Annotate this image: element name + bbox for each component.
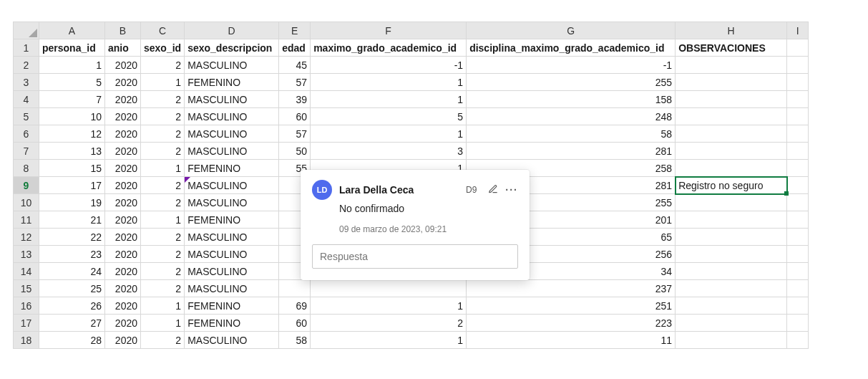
row-head-17[interactable]: 17 — [14, 315, 39, 332]
cell[interactable]: MASCULINO — [185, 91, 279, 108]
cell[interactable] — [787, 280, 809, 297]
cell[interactable] — [787, 211, 809, 229]
cell[interactable]: 2 — [141, 263, 185, 280]
cell[interactable]: 5 — [39, 74, 105, 91]
selected-cell[interactable]: Registro no seguro — [676, 177, 787, 194]
cell[interactable]: 281 — [467, 143, 676, 160]
cell[interactable] — [787, 91, 809, 108]
cell[interactable]: sexo_id — [141, 39, 185, 57]
cell[interactable]: 2 — [141, 246, 185, 263]
cell[interactable]: 223 — [467, 315, 676, 332]
cell[interactable]: maximo_grado_academico_id — [311, 39, 467, 57]
row-head-16[interactable]: 16 — [14, 297, 39, 315]
cell[interactable] — [676, 297, 787, 315]
cell[interactable]: 2020 — [105, 108, 141, 125]
cell[interactable]: 1 — [311, 297, 467, 315]
cell[interactable]: 2 — [141, 108, 185, 125]
comment-reply-input[interactable]: Respuesta — [312, 244, 518, 269]
cell[interactable]: MASCULINO — [185, 194, 279, 211]
row-head-13[interactable]: 13 — [14, 246, 39, 263]
row-head-12[interactable]: 12 — [14, 229, 39, 246]
cell[interactable] — [676, 246, 787, 263]
cell[interactable]: 2020 — [105, 125, 141, 143]
cell[interactable]: 2 — [141, 194, 185, 211]
cell[interactable]: 24 — [39, 263, 105, 280]
cell[interactable]: 1 — [141, 211, 185, 229]
cell[interactable] — [279, 280, 311, 297]
cell[interactable] — [676, 315, 787, 332]
cell[interactable]: 255 — [467, 74, 676, 91]
select-all-corner[interactable] — [14, 22, 39, 39]
cell[interactable]: 251 — [467, 297, 676, 315]
cell[interactable]: 237 — [467, 280, 676, 297]
cell[interactable]: 1 — [311, 91, 467, 108]
cell[interactable]: FEMENINO — [185, 211, 279, 229]
cell[interactable] — [787, 297, 809, 315]
cell[interactable]: 69 — [279, 297, 311, 315]
cell[interactable]: 2020 — [105, 315, 141, 332]
cell[interactable]: 248 — [467, 108, 676, 125]
cell[interactable] — [311, 280, 467, 297]
col-head-G[interactable]: G — [467, 22, 676, 39]
cell[interactable]: 2 — [311, 315, 467, 332]
cell[interactable] — [787, 315, 809, 332]
cell[interactable]: FEMENINO — [185, 160, 279, 177]
row-head-18[interactable]: 18 — [14, 332, 39, 349]
cell[interactable]: 1 — [311, 74, 467, 91]
cell[interactable]: 12 — [39, 125, 105, 143]
cell[interactable]: 2 — [141, 229, 185, 246]
cell[interactable]: 2020 — [105, 263, 141, 280]
col-head-B[interactable]: B — [105, 22, 141, 39]
cell[interactable] — [676, 211, 787, 229]
cell[interactable] — [676, 280, 787, 297]
cell[interactable]: 57 — [279, 125, 311, 143]
cell[interactable]: MASCULINO — [185, 143, 279, 160]
row-head-7[interactable]: 7 — [14, 143, 39, 160]
cell[interactable] — [787, 39, 809, 57]
cell[interactable]: 57 — [279, 74, 311, 91]
cell[interactable]: MASCULINO — [185, 246, 279, 263]
cell[interactable]: MASCULINO — [185, 229, 279, 246]
row-head-2[interactable]: 2 — [14, 57, 39, 74]
cell[interactable]: anio — [105, 39, 141, 57]
cell[interactable] — [787, 57, 809, 74]
more-icon[interactable]: ··· — [505, 184, 518, 196]
row-head-15[interactable]: 15 — [14, 280, 39, 297]
cell[interactable]: 2 — [141, 177, 185, 194]
cell[interactable] — [787, 332, 809, 349]
cell[interactable]: 3 — [311, 143, 467, 160]
cell[interactable]: 2020 — [105, 297, 141, 315]
cell[interactable]: persona_id — [39, 39, 105, 57]
cell[interactable]: 1 — [311, 125, 467, 143]
cell[interactable]: OBSERVACIONES — [676, 39, 787, 57]
cell[interactable] — [787, 160, 809, 177]
cell[interactable]: 27 — [39, 315, 105, 332]
cell[interactable]: 39 — [279, 91, 311, 108]
row-head-5[interactable]: 5 — [14, 108, 39, 125]
cell[interactable]: FEMENINO — [185, 315, 279, 332]
cell[interactable] — [676, 263, 787, 280]
cell[interactable]: 1 — [141, 297, 185, 315]
cell[interactable]: MASCULINO — [185, 125, 279, 143]
cell[interactable]: 158 — [467, 91, 676, 108]
cell[interactable]: 28 — [39, 332, 105, 349]
col-head-A[interactable]: A — [39, 22, 105, 39]
cell[interactable] — [787, 125, 809, 143]
cell[interactable] — [676, 143, 787, 160]
cell[interactable]: 15 — [39, 160, 105, 177]
cell[interactable]: 45 — [279, 57, 311, 74]
edit-icon[interactable] — [488, 184, 498, 196]
cell[interactable]: 2020 — [105, 177, 141, 194]
cell[interactable]: 21 — [39, 211, 105, 229]
cell[interactable]: 2020 — [105, 229, 141, 246]
row-head-1[interactable]: 1 — [14, 39, 39, 57]
cell[interactable] — [676, 125, 787, 143]
cell[interactable]: MASCULINO — [185, 332, 279, 349]
cell[interactable]: FEMENINO — [185, 74, 279, 91]
cell[interactable] — [676, 108, 787, 125]
cell[interactable]: 17 — [39, 177, 105, 194]
cell[interactable]: 60 — [279, 108, 311, 125]
cell[interactable] — [676, 74, 787, 91]
cell[interactable]: MASCULINO — [185, 57, 279, 74]
cell[interactable]: MASCULINO — [185, 108, 279, 125]
